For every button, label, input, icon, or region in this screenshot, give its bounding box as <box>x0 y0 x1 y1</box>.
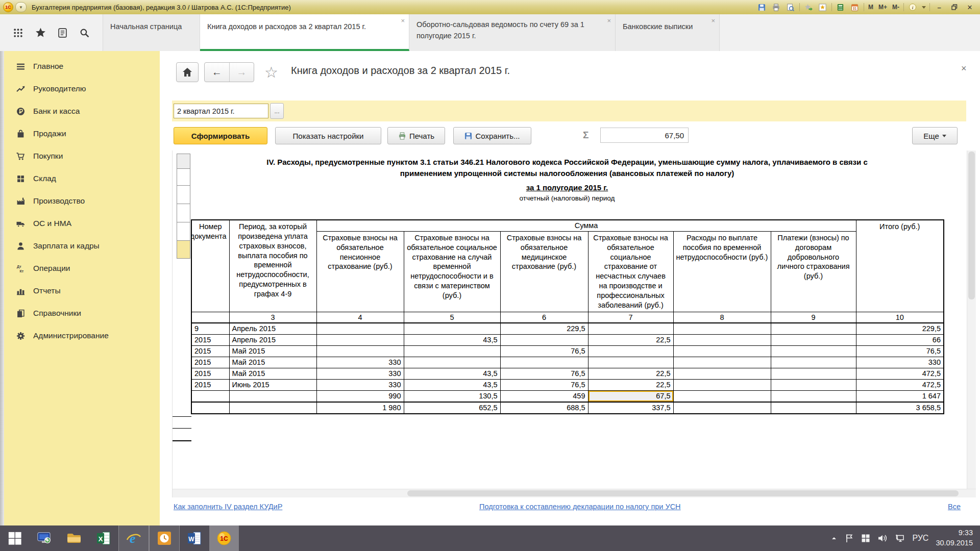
cell-c5[interactable]: 43,5 <box>404 368 500 379</box>
print-preview-button[interactable] <box>785 2 796 12</box>
cell-period[interactable] <box>229 402 316 414</box>
sidebar-item-fixed-assets[interactable]: ОС и НМА <box>4 212 160 235</box>
cell-doc[interactable]: 2015 <box>191 357 229 368</box>
back-button[interactable]: ← <box>205 63 229 82</box>
cell-c5[interactable] <box>404 323 500 335</box>
memory-m-minus-button[interactable]: M- <box>891 2 900 12</box>
cell-doc[interactable]: 2015 <box>191 334 229 345</box>
col-number-cell[interactable]: 4 <box>316 312 404 323</box>
cell-c10[interactable]: 472,5 <box>856 368 944 379</box>
start-button[interactable] <box>0 525 30 551</box>
cell-c8[interactable] <box>673 379 771 390</box>
cell-doc[interactable]: 2015 <box>191 368 229 379</box>
memory-m-plus-button[interactable]: M+ <box>877 2 888 12</box>
minimize-button[interactable]: – <box>933 2 945 12</box>
cell-c8[interactable] <box>673 390 771 402</box>
cell-c10[interactable]: 229,5 <box>856 323 944 335</box>
save-button[interactable]: Сохранить... <box>453 127 531 144</box>
calculator-button[interactable] <box>835 2 846 12</box>
language-indicator[interactable]: РУС <box>912 534 928 543</box>
cell-c9[interactable] <box>771 379 856 390</box>
forward-button[interactable]: → <box>229 63 254 82</box>
sidebar-item-warehouse[interactable]: Склад <box>4 167 160 190</box>
cell-period[interactable]: Май 2015 <box>229 345 316 357</box>
sidebar-item-operations[interactable]: ДтКт Операции <box>4 257 160 280</box>
clock[interactable]: 9:33 30.09.2015 <box>936 528 973 548</box>
titlebar-dropdown-button[interactable]: ▼ <box>15 2 27 12</box>
sidebar-item-salary-hr[interactable]: Зарплата и кадры <box>4 235 160 257</box>
print-button[interactable]: Печать <box>387 127 445 144</box>
sidebar-item-directories[interactable]: Справочники <box>4 302 160 324</box>
sidebar-item-purchases[interactable]: Покупки <box>4 145 160 167</box>
favorites-star-button[interactable] <box>35 28 46 38</box>
cell-c5[interactable]: 652,5 <box>404 402 500 414</box>
cell-c6[interactable]: 76,5 <box>500 345 588 357</box>
form-close-button[interactable]: × <box>961 63 967 74</box>
scrollbar-thumb[interactable] <box>407 490 959 496</box>
search-button[interactable] <box>80 28 89 38</box>
excel-taskbar-button[interactable]: X <box>89 525 118 551</box>
header-sum-group[interactable]: Сумма <box>316 220 856 231</box>
cell-c4[interactable]: 330 <box>316 368 404 379</box>
cell-c7[interactable]: 22,5 <box>588 334 673 345</box>
cell-c9[interactable] <box>771 368 856 379</box>
tab-close-icon[interactable]: × <box>607 17 611 24</box>
cell-c9[interactable] <box>771 323 856 335</box>
cell-c6[interactable] <box>500 357 588 368</box>
cell-period[interactable]: Июнь 2015 <box>229 379 316 390</box>
col-number-cell[interactable]: 8 <box>673 312 771 323</box>
cell-c10[interactable]: 330 <box>856 357 944 368</box>
sidebar-item-bank-cash[interactable]: Банк и касса <box>4 100 160 122</box>
cell-c5[interactable] <box>404 357 500 368</box>
action-center-flag-icon[interactable] <box>845 534 854 543</box>
header-col7[interactable]: Страховые взносы на обязательное социаль… <box>588 231 673 312</box>
cell-c4[interactable]: 330 <box>316 357 404 368</box>
cell-c10[interactable]: 1 647 <box>856 390 944 402</box>
info-button[interactable]: i <box>907 2 918 12</box>
cell-doc[interactable]: 2015 <box>191 379 229 390</box>
cell-c8[interactable] <box>673 345 771 357</box>
header-col6[interactable]: Страховые взносы на обязательное медицин… <box>500 231 588 312</box>
col-number-cell[interactable]: 10 <box>856 312 944 323</box>
save-icon-button[interactable] <box>756 2 768 12</box>
cell-c7[interactable]: 22,5 <box>588 368 673 379</box>
cell-c7[interactable] <box>588 323 673 335</box>
col-number-cell[interactable]: 5 <box>404 312 500 323</box>
favorite-star-icon[interactable]: ☆ <box>264 63 278 81</box>
cell-c5[interactable]: 43,5 <box>404 379 500 390</box>
col-number-cell[interactable]: 3 <box>229 312 316 323</box>
print-icon-button[interactable] <box>771 2 782 12</box>
cell-c4[interactable] <box>316 345 404 357</box>
cell-period[interactable]: Апрель 2015 <box>229 323 316 335</box>
scrollbar-thumb[interactable] <box>968 152 975 299</box>
sidebar-item-production[interactable]: Производство <box>4 190 160 212</box>
tab-kudir[interactable]: Книга доходов и расходов за 2 квартал 20… <box>200 14 409 51</box>
cell-c8[interactable] <box>673 357 771 368</box>
cell-c9[interactable] <box>771 357 856 368</box>
sidebar-item-sales[interactable]: Продажи <box>4 122 160 145</box>
cell-c7[interactable] <box>588 345 673 357</box>
col-number-cell[interactable] <box>191 312 229 323</box>
horizontal-scrollbar[interactable] <box>173 489 976 497</box>
ie-taskbar-button[interactable]: e <box>118 525 149 551</box>
rdp-taskbar-button[interactable] <box>30 525 59 551</box>
explorer-taskbar-button[interactable] <box>59 525 89 551</box>
sum-value-field[interactable] <box>600 128 689 143</box>
period-picker-button[interactable]: ... <box>270 103 284 119</box>
cell-c10[interactable]: 66 <box>856 334 944 345</box>
header-col8[interactable]: Расходы по выплате пособия по временной … <box>673 231 771 312</box>
cell-c7[interactable]: 22,5 <box>588 379 673 390</box>
cell-c4[interactable]: 990 <box>316 390 404 402</box>
cell-c4[interactable] <box>316 334 404 345</box>
favorites-button[interactable] <box>817 2 828 12</box>
cell-c4[interactable]: 1 980 <box>316 402 404 414</box>
vertical-scrollbar[interactable] <box>967 151 976 489</box>
header-col5[interactable]: Страховые взносы на обязательное социаль… <box>404 231 500 312</box>
cell-c4[interactable] <box>316 323 404 335</box>
sidebar-item-reports[interactable]: Отчеты <box>4 280 160 302</box>
cell-c6[interactable]: 459 <box>500 390 588 402</box>
all-link[interactable]: Все <box>948 503 961 511</box>
how-to-link[interactable]: Как заполнить IV раздел КУДиР <box>174 503 282 511</box>
cell-c6[interactable]: 76,5 <box>500 368 588 379</box>
period-input[interactable] <box>174 104 268 118</box>
